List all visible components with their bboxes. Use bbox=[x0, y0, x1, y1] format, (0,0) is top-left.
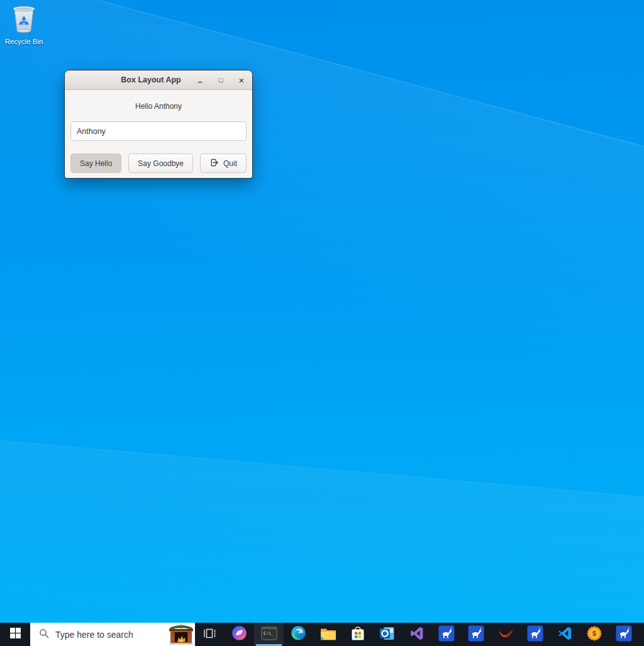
window-body: Hello Anthony Say Hello Say Goodbye bbox=[65, 90, 252, 178]
taskbar-item-pinned-goat-4[interactable] bbox=[609, 623, 638, 646]
quit-label: Quit bbox=[223, 159, 237, 168]
desktop: Recycle Bin Box Layout App – □ × Hello A… bbox=[0, 0, 644, 646]
copilot-icon bbox=[231, 625, 247, 643]
window-titlebar[interactable]: Box Layout App – □ × bbox=[65, 70, 252, 90]
taskbar-item-task-view[interactable] bbox=[195, 623, 225, 646]
command-prompt-icon: C:\_ bbox=[261, 626, 277, 643]
quit-button[interactable]: Quit bbox=[200, 153, 247, 173]
taskbar-item-pinned-goat-3[interactable] bbox=[520, 623, 550, 646]
vscode-icon bbox=[557, 626, 572, 643]
taskbar-item-vscode[interactable] bbox=[550, 623, 579, 646]
microsoft-store-icon bbox=[350, 625, 365, 644]
edge-browser-icon bbox=[291, 625, 306, 643]
taskbar: C:\_ bbox=[0, 623, 644, 646]
say-hello-label: Say Hello bbox=[80, 159, 112, 168]
wallpaper-light-ray bbox=[0, 440, 644, 646]
task-view-icon bbox=[203, 627, 217, 642]
say-goodbye-label: Say Goodbye bbox=[138, 159, 184, 168]
logout-exit-icon bbox=[209, 158, 219, 169]
search-icon bbox=[39, 628, 49, 641]
start-button[interactable] bbox=[0, 623, 30, 646]
say-hello-button[interactable]: Say Hello bbox=[70, 153, 121, 173]
blue-goat-app-icon bbox=[468, 625, 484, 644]
minimize-icon[interactable]: – bbox=[196, 77, 204, 86]
file-explorer-icon bbox=[320, 627, 336, 643]
recycle-bin-icon bbox=[9, 26, 38, 36]
recycle-bin-shortcut[interactable]: Recycle Bin bbox=[1, 3, 47, 45]
box-layout-app-window: Box Layout App – □ × Hello Anthony Say H… bbox=[65, 70, 252, 178]
svg-text:$: $ bbox=[592, 630, 596, 637]
blue-goat-app-icon bbox=[616, 625, 632, 644]
taskbar-item-terminal[interactable]: C:\_ bbox=[254, 623, 284, 646]
recycle-bin-label: Recycle Bin bbox=[1, 38, 47, 45]
taskbar-pinned-apps: C:\_ bbox=[195, 623, 644, 646]
search-highlight-fireplace-icon[interactable] bbox=[169, 624, 194, 645]
taskbar-item-pinned-goat-2[interactable] bbox=[461, 623, 491, 646]
taskbar-item-copilot[interactable] bbox=[225, 623, 254, 646]
taskbar-item-edge[interactable] bbox=[284, 623, 313, 646]
maximize-icon[interactable]: □ bbox=[216, 77, 225, 84]
search-input[interactable] bbox=[49, 630, 169, 640]
svg-text:C:\_: C:\_ bbox=[264, 630, 274, 635]
gold-gear-dollar-icon: $ bbox=[586, 625, 602, 644]
taskbar-item-pinned-goat-1[interactable] bbox=[431, 623, 461, 646]
red-wing-icon bbox=[497, 627, 514, 642]
outlook-icon bbox=[379, 626, 395, 643]
taskbar-item-microsoft-store[interactable] bbox=[343, 623, 372, 646]
say-goodbye-button[interactable]: Say Goodbye bbox=[128, 153, 193, 173]
taskbar-item-gold-gear-app[interactable]: $ bbox=[579, 623, 609, 646]
taskbar-item-red-wing-app[interactable] bbox=[491, 623, 520, 646]
windows-logo-icon bbox=[10, 628, 21, 641]
visual-studio-icon bbox=[409, 626, 425, 643]
blue-goat-app-icon bbox=[527, 625, 543, 644]
taskbar-item-file-explorer[interactable] bbox=[313, 623, 343, 646]
taskbar-item-outlook[interactable] bbox=[372, 623, 402, 646]
button-row: Say Hello Say Goodbye Quit bbox=[70, 153, 247, 173]
name-entry-field[interactable] bbox=[70, 121, 247, 141]
taskbar-search-box[interactable] bbox=[30, 623, 195, 646]
window-controls: – □ × bbox=[196, 70, 246, 89]
blue-goat-app-icon bbox=[438, 625, 455, 644]
taskbar-item-visual-studio[interactable] bbox=[402, 623, 431, 646]
close-icon[interactable]: × bbox=[237, 75, 246, 85]
greeting-label: Hello Anthony bbox=[70, 102, 247, 111]
